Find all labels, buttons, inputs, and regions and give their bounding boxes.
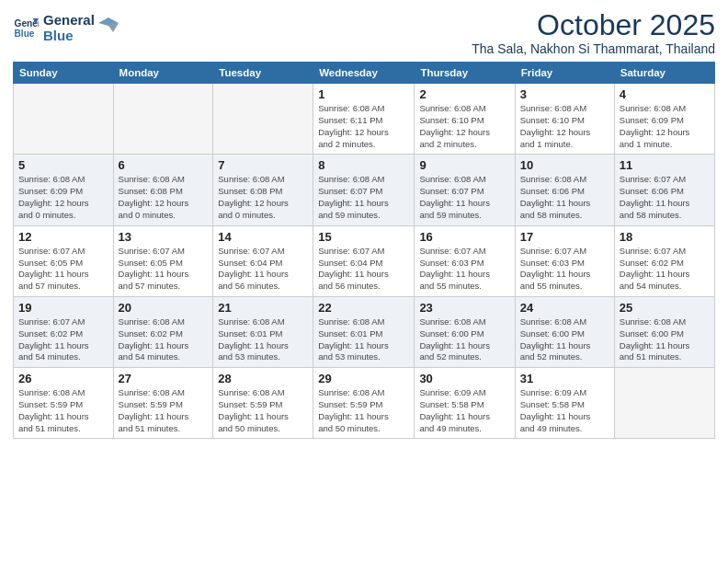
calendar-day-cell: 3Sunrise: 6:08 AM Sunset: 6:10 PM Daylig… bbox=[515, 84, 614, 155]
calendar-day-cell: 11Sunrise: 6:07 AM Sunset: 6:06 PM Dayli… bbox=[614, 155, 714, 225]
day-number: 5 bbox=[18, 158, 108, 172]
day-info: Sunrise: 6:08 AM Sunset: 6:01 PM Dayligh… bbox=[318, 316, 409, 363]
day-number: 21 bbox=[218, 301, 308, 315]
day-info: Sunrise: 6:07 AM Sunset: 6:04 PM Dayligh… bbox=[318, 246, 409, 293]
calendar-day-cell: 4Sunrise: 6:08 AM Sunset: 6:09 PM Daylig… bbox=[614, 84, 714, 155]
day-number: 3 bbox=[520, 87, 609, 101]
calendar-day-cell: 22Sunrise: 6:08 AM Sunset: 6:01 PM Dayli… bbox=[313, 296, 415, 367]
calendar-week-row: 26Sunrise: 6:08 AM Sunset: 5:59 PM Dayli… bbox=[14, 368, 715, 439]
calendar-header-row: SundayMondayTuesdayWednesdayThursdayFrid… bbox=[14, 63, 715, 84]
calendar-day-cell: 5Sunrise: 6:08 AM Sunset: 6:09 PM Daylig… bbox=[14, 155, 114, 225]
day-info: Sunrise: 6:08 AM Sunset: 6:11 PM Dayligh… bbox=[318, 103, 409, 150]
calendar-day-cell bbox=[213, 84, 313, 155]
calendar-day-cell: 16Sunrise: 6:07 AM Sunset: 6:03 PM Dayli… bbox=[415, 225, 515, 296]
logo: General Blue General Blue bbox=[13, 13, 119, 43]
logo-bird-icon bbox=[98, 16, 119, 36]
calendar-day-cell: 12Sunrise: 6:07 AM Sunset: 6:05 PM Dayli… bbox=[14, 225, 114, 296]
day-number: 30 bbox=[419, 372, 509, 385]
day-of-week-header: Tuesday bbox=[213, 63, 313, 84]
day-number: 16 bbox=[419, 230, 509, 244]
calendar-day-cell: 30Sunrise: 6:09 AM Sunset: 5:58 PM Dayli… bbox=[415, 368, 515, 439]
day-info: Sunrise: 6:08 AM Sunset: 6:02 PM Dayligh… bbox=[119, 316, 209, 363]
calendar-day-cell: 13Sunrise: 6:07 AM Sunset: 6:05 PM Dayli… bbox=[113, 225, 213, 296]
day-number: 11 bbox=[620, 158, 710, 172]
calendar-day-cell: 1Sunrise: 6:08 AM Sunset: 6:11 PM Daylig… bbox=[313, 84, 415, 155]
day-number: 27 bbox=[119, 372, 209, 385]
calendar-week-row: 12Sunrise: 6:07 AM Sunset: 6:05 PM Dayli… bbox=[14, 225, 715, 296]
day-info: Sunrise: 6:08 AM Sunset: 5:59 PM Dayligh… bbox=[218, 387, 308, 434]
day-of-week-header: Sunday bbox=[14, 63, 114, 84]
day-of-week-header: Saturday bbox=[614, 63, 714, 84]
day-info: Sunrise: 6:08 AM Sunset: 6:10 PM Dayligh… bbox=[419, 103, 509, 150]
calendar-day-cell: 29Sunrise: 6:08 AM Sunset: 5:59 PM Dayli… bbox=[313, 368, 415, 439]
calendar-day-cell: 6Sunrise: 6:08 AM Sunset: 6:08 PM Daylig… bbox=[113, 155, 213, 225]
day-info: Sunrise: 6:08 AM Sunset: 6:00 PM Dayligh… bbox=[520, 316, 609, 363]
day-number: 25 bbox=[620, 301, 710, 315]
day-info: Sunrise: 6:08 AM Sunset: 6:06 PM Dayligh… bbox=[520, 174, 609, 221]
day-info: Sunrise: 6:07 AM Sunset: 6:03 PM Dayligh… bbox=[419, 246, 509, 293]
day-info: Sunrise: 6:08 AM Sunset: 6:08 PM Dayligh… bbox=[218, 174, 308, 221]
day-info: Sunrise: 6:08 AM Sunset: 6:08 PM Dayligh… bbox=[119, 174, 209, 221]
day-number: 26 bbox=[18, 372, 108, 385]
page: General Blue General Blue October 2025 T… bbox=[0, 0, 728, 563]
day-of-week-header: Thursday bbox=[415, 63, 515, 84]
calendar-week-row: 19Sunrise: 6:07 AM Sunset: 6:02 PM Dayli… bbox=[14, 296, 715, 367]
day-number: 24 bbox=[520, 301, 609, 315]
day-info: Sunrise: 6:07 AM Sunset: 6:03 PM Dayligh… bbox=[520, 246, 609, 293]
day-of-week-header: Wednesday bbox=[313, 63, 415, 84]
calendar-week-row: 5Sunrise: 6:08 AM Sunset: 6:09 PM Daylig… bbox=[14, 155, 715, 225]
day-info: Sunrise: 6:08 AM Sunset: 6:09 PM Dayligh… bbox=[18, 174, 108, 221]
calendar-day-cell: 20Sunrise: 6:08 AM Sunset: 6:02 PM Dayli… bbox=[113, 296, 213, 367]
calendar-day-cell: 17Sunrise: 6:07 AM Sunset: 6:03 PM Dayli… bbox=[515, 225, 614, 296]
day-info: Sunrise: 6:08 AM Sunset: 6:07 PM Dayligh… bbox=[419, 174, 509, 221]
day-info: Sunrise: 6:08 AM Sunset: 6:07 PM Dayligh… bbox=[318, 174, 409, 221]
day-info: Sunrise: 6:08 AM Sunset: 5:59 PM Dayligh… bbox=[18, 387, 108, 434]
calendar-day-cell: 26Sunrise: 6:08 AM Sunset: 5:59 PM Dayli… bbox=[14, 368, 114, 439]
day-info: Sunrise: 6:07 AM Sunset: 6:04 PM Dayligh… bbox=[218, 246, 308, 293]
day-number: 9 bbox=[419, 158, 509, 172]
calendar-day-cell: 7Sunrise: 6:08 AM Sunset: 6:08 PM Daylig… bbox=[213, 155, 313, 225]
calendar-day-cell: 9Sunrise: 6:08 AM Sunset: 6:07 PM Daylig… bbox=[415, 155, 515, 225]
day-number: 23 bbox=[419, 301, 509, 315]
day-number: 31 bbox=[520, 372, 609, 385]
day-number: 18 bbox=[620, 230, 710, 244]
calendar-table: SundayMondayTuesdayWednesdayThursdayFrid… bbox=[13, 62, 715, 439]
day-info: Sunrise: 6:09 AM Sunset: 5:58 PM Dayligh… bbox=[419, 387, 509, 434]
calendar-day-cell: 19Sunrise: 6:07 AM Sunset: 6:02 PM Dayli… bbox=[14, 296, 114, 367]
calendar-day-cell: 14Sunrise: 6:07 AM Sunset: 6:04 PM Dayli… bbox=[213, 225, 313, 296]
header: General Blue General Blue October 2025 T… bbox=[13, 9, 715, 56]
day-info: Sunrise: 6:08 AM Sunset: 5:59 PM Dayligh… bbox=[318, 387, 409, 434]
calendar-day-cell: 2Sunrise: 6:08 AM Sunset: 6:10 PM Daylig… bbox=[415, 84, 515, 155]
calendar-week-row: 1Sunrise: 6:08 AM Sunset: 6:11 PM Daylig… bbox=[14, 84, 715, 155]
logo-line1: General bbox=[43, 13, 95, 29]
day-info: Sunrise: 6:07 AM Sunset: 6:05 PM Dayligh… bbox=[119, 246, 209, 293]
day-info: Sunrise: 6:08 AM Sunset: 5:59 PM Dayligh… bbox=[119, 387, 209, 434]
day-number: 13 bbox=[119, 230, 209, 244]
day-number: 15 bbox=[318, 230, 409, 244]
calendar-day-cell: 18Sunrise: 6:07 AM Sunset: 6:02 PM Dayli… bbox=[614, 225, 714, 296]
day-of-week-header: Friday bbox=[515, 63, 614, 84]
calendar-day-cell bbox=[113, 84, 213, 155]
day-info: Sunrise: 6:07 AM Sunset: 6:05 PM Dayligh… bbox=[18, 246, 108, 293]
day-info: Sunrise: 6:08 AM Sunset: 6:09 PM Dayligh… bbox=[620, 103, 710, 150]
logo-icon: General Blue bbox=[13, 16, 39, 41]
header-right: October 2025 Tha Sala, Nakhon Si Thammar… bbox=[472, 9, 715, 56]
day-info: Sunrise: 6:07 AM Sunset: 6:06 PM Dayligh… bbox=[620, 174, 710, 221]
calendar-day-cell: 21Sunrise: 6:08 AM Sunset: 6:01 PM Dayli… bbox=[213, 296, 313, 367]
day-of-week-header: Monday bbox=[113, 63, 213, 84]
day-info: Sunrise: 6:07 AM Sunset: 6:02 PM Dayligh… bbox=[18, 316, 108, 363]
day-number: 14 bbox=[218, 230, 308, 244]
day-info: Sunrise: 6:08 AM Sunset: 6:00 PM Dayligh… bbox=[419, 316, 509, 363]
day-number: 20 bbox=[119, 301, 209, 315]
calendar-day-cell bbox=[14, 84, 114, 155]
day-info: Sunrise: 6:09 AM Sunset: 5:58 PM Dayligh… bbox=[520, 387, 609, 434]
calendar-day-cell: 25Sunrise: 6:08 AM Sunset: 6:00 PM Dayli… bbox=[614, 296, 714, 367]
day-number: 1 bbox=[318, 87, 409, 101]
day-info: Sunrise: 6:07 AM Sunset: 6:02 PM Dayligh… bbox=[620, 246, 710, 293]
day-number: 29 bbox=[318, 372, 409, 385]
month-title: October 2025 bbox=[472, 9, 715, 41]
day-number: 7 bbox=[218, 158, 308, 172]
day-info: Sunrise: 6:08 AM Sunset: 6:10 PM Dayligh… bbox=[520, 103, 609, 150]
day-number: 19 bbox=[18, 301, 108, 315]
day-number: 10 bbox=[520, 158, 609, 172]
